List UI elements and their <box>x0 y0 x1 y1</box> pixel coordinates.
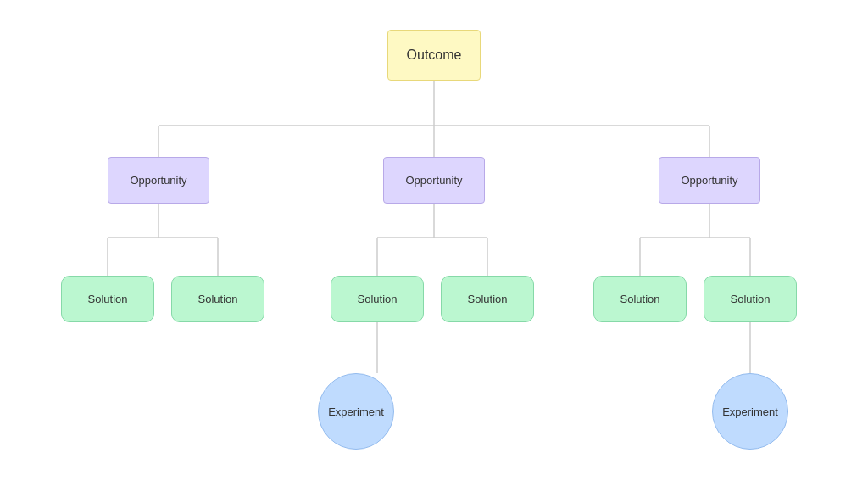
opportunity-node-3[interactable]: Opportunity <box>659 157 760 204</box>
solution-4-label: Solution <box>468 293 508 305</box>
experiment-node-1[interactable]: Experiment <box>318 373 394 450</box>
solution-1-label: Solution <box>88 293 128 305</box>
diagram: Outcome Opportunity Opportunity Opportun… <box>0 0 868 492</box>
outcome-node[interactable]: Outcome <box>387 30 481 81</box>
experiment-1-label: Experiment <box>328 405 384 418</box>
solution-node-5[interactable]: Solution <box>593 276 687 322</box>
solution-3-label: Solution <box>358 293 398 305</box>
solution-node-1[interactable]: Solution <box>61 276 154 322</box>
solution-node-6[interactable]: Solution <box>704 276 797 322</box>
solution-5-label: Solution <box>620 293 660 305</box>
opportunity-node-1[interactable]: Opportunity <box>108 157 209 204</box>
opportunity-2-label: Opportunity <box>405 174 462 187</box>
opportunity-1-label: Opportunity <box>130 174 186 187</box>
solution-2-label: Solution <box>198 293 238 305</box>
solution-6-label: Solution <box>731 293 771 305</box>
experiment-2-label: Experiment <box>722 405 778 418</box>
outcome-label: Outcome <box>407 48 462 63</box>
experiment-node-2[interactable]: Experiment <box>712 373 788 450</box>
opportunity-node-2[interactable]: Opportunity <box>383 157 485 204</box>
solution-node-2[interactable]: Solution <box>171 276 264 322</box>
solution-node-4[interactable]: Solution <box>441 276 534 322</box>
solution-node-3[interactable]: Solution <box>331 276 424 322</box>
opportunity-3-label: Opportunity <box>681 174 737 187</box>
